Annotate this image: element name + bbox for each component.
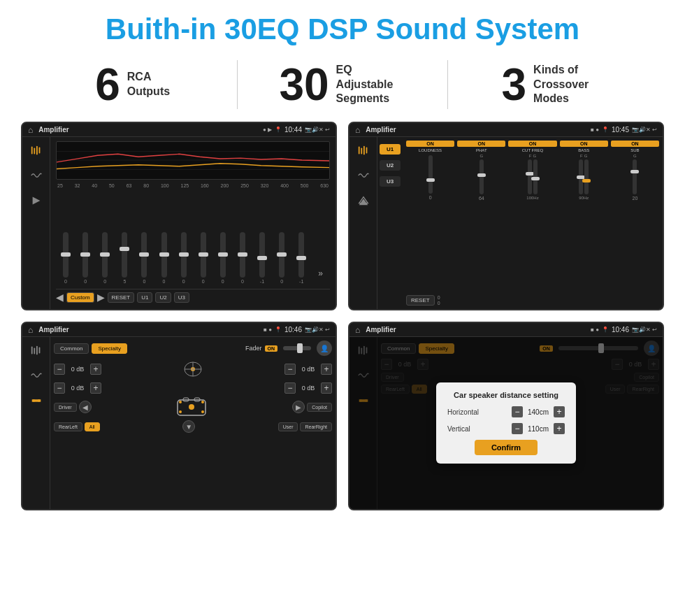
eq-more-btn[interactable]: » (318, 268, 323, 284)
eq-slider-5: 0 (161, 232, 167, 284)
svg-point-29 (179, 401, 182, 403)
preset-u1[interactable]: U1 (380, 144, 401, 155)
eq-slider-3: 5 (122, 232, 127, 284)
profile-icon[interactable]: 👤 (317, 341, 332, 356)
stat-divider-1 (237, 60, 238, 109)
stat-number-crossover: 3 (502, 62, 527, 107)
dialog-horizontal-plus[interactable]: + (554, 406, 565, 417)
db-minus-fl[interactable]: − (54, 364, 65, 375)
home-icon-eq[interactable]: ⌂ (28, 125, 33, 135)
dialog-box: Car speaker distance setting Horizontal … (436, 382, 576, 464)
svg-point-20 (37, 399, 40, 402)
dialog-confirm-button[interactable]: Confirm (475, 440, 538, 455)
eq-slider-6: 0 (181, 232, 187, 284)
sidebar-fader-icon1[interactable] (27, 343, 46, 358)
fader-rearleft-btn[interactable]: RearLeft (54, 422, 82, 431)
dialog-vertical-stepper: − 110cm + (512, 423, 565, 434)
fader-user-btn[interactable]: User (278, 422, 298, 431)
home-icon-crossover[interactable]: ⌂ (355, 125, 360, 135)
back-icon-fader[interactable]: ↩ (325, 327, 330, 333)
eq-u3-btn[interactable]: U3 (174, 292, 189, 303)
channel-bass: ON BASS FG 90Hz (560, 141, 608, 292)
crossover-reset-btn[interactable]: RESET (406, 295, 435, 306)
stat-divider-2 (447, 60, 448, 109)
fader-driver-btn[interactable]: Driver (54, 403, 77, 412)
eq-main: 253240506380100125160200250320400500630 … (50, 137, 336, 309)
fader-tab-common[interactable]: Common (54, 343, 89, 354)
close-icon-eq[interactable]: ✕ (319, 127, 324, 133)
sidebar-cross-icon1[interactable] (354, 143, 373, 158)
eq-slider-11: 0 (279, 232, 284, 284)
screen-eq: ⌂ Amplifier ● ▶ 📍 10:44 📷 🔊 ✕ ↩ (21, 122, 337, 310)
stat-number-eq: 30 (279, 62, 329, 107)
preset-u2[interactable]: U2 (380, 160, 401, 171)
svg-rect-8 (358, 147, 359, 155)
page-title: Buith-in 30EQ DSP Sound System (0, 0, 685, 53)
sidebar-crossover (349, 137, 377, 309)
db-minus-rr[interactable]: − (284, 382, 296, 394)
close-icon-fader[interactable]: ✕ (319, 327, 324, 333)
sidebar-eq (22, 137, 50, 309)
db-plus-fr[interactable]: + (321, 364, 332, 375)
close-icon-crossover[interactable]: ✕ (646, 127, 651, 133)
fader-slider-area (283, 346, 311, 350)
eq-slider-2: 0 (102, 232, 108, 284)
stat-label-eq: EQ AdjustableSegments (336, 63, 406, 106)
eq-slider-4: 0 (141, 232, 147, 284)
fader-down-arrow[interactable]: ▼ (182, 420, 195, 433)
dot-icon-fader: ■ ● (264, 327, 272, 333)
fader-rearright-btn[interactable]: RearRight (300, 422, 332, 431)
eq-prev-icon[interactable]: ◀ (56, 292, 64, 303)
sidebar-cross-icon3[interactable] (354, 193, 373, 208)
db-minus-rl[interactable]: − (54, 382, 65, 394)
fader-all-btn[interactable]: All (85, 422, 100, 431)
crossover-channels-area: ON LOUDNESS 0 ON PHAT (403, 137, 663, 309)
fader-db-top-row: − 0 dB + (54, 359, 332, 380)
svg-rect-11 (366, 148, 367, 154)
eq-u2-btn[interactable]: U2 (155, 292, 171, 303)
channel-phat: ON PHAT G 64 (457, 141, 505, 292)
preset-u3[interactable]: U3 (380, 176, 401, 187)
time-eq: 10:44 (284, 126, 302, 134)
dialog-horizontal-minus[interactable]: − (512, 406, 523, 417)
back-icon-dialog[interactable]: ↩ (652, 327, 657, 333)
stat-crossover: 3 Kinds ofCrossover Modes (462, 62, 643, 107)
home-icon-dialog[interactable]: ⌂ (355, 325, 360, 335)
eq-u1-btn[interactable]: U1 (137, 292, 152, 303)
sidebar-cross-icon2[interactable] (354, 168, 373, 183)
location-icon-dialog: 📍 (602, 327, 609, 333)
db-plus-rl[interactable]: + (90, 382, 101, 394)
dialog-vertical-minus[interactable]: − (512, 423, 523, 434)
vol-icon-fader: 🔊 (312, 327, 319, 333)
back-icon-eq[interactable]: ↩ (325, 127, 330, 133)
screen-crossover: ⌂ Amplifier ■ ● 📍 10:45 📷 🔊 ✕ ↩ (348, 122, 664, 310)
home-icon-fader[interactable]: ⌂ (28, 325, 33, 335)
eq-next-icon[interactable]: ▶ (97, 292, 105, 303)
db-plus-rr[interactable]: + (321, 382, 332, 394)
db-minus-fr[interactable]: − (284, 364, 296, 375)
sidebar-eq-icon1[interactable] (27, 143, 46, 158)
stat-eq: 30 EQ AdjustableSegments (252, 62, 433, 107)
fader-last-row: RearLeft All ▼ User RearRight (54, 420, 332, 433)
sidebar-eq-icon3[interactable] (27, 193, 46, 208)
svg-marker-4 (32, 197, 40, 205)
db-value-rl: 0 dB (68, 385, 87, 392)
dialog-vertical-plus[interactable]: + (554, 423, 565, 434)
fader-left-arrow[interactable]: ◀ (79, 401, 92, 413)
fader-tab-specialty[interactable]: Specialty (92, 343, 127, 354)
back-icon-crossover[interactable]: ↩ (652, 127, 657, 133)
db-plus-fl[interactable]: + (90, 364, 101, 375)
vol-icon-crossover: 🔊 (639, 127, 646, 133)
sidebar-fader-icon2[interactable] (27, 368, 46, 383)
sidebar-eq-icon2[interactable] (27, 168, 46, 183)
sidebar-fader-icon3[interactable] (27, 393, 46, 408)
fader-copilot-btn[interactable]: Copilot (307, 403, 332, 412)
screen-title-fader: Amplifier (38, 326, 264, 334)
stat-label-crossover: Kinds ofCrossover Modes (533, 63, 603, 106)
eq-reset-btn[interactable]: RESET (108, 292, 135, 303)
close-icon-dialog[interactable]: ✕ (646, 327, 651, 333)
fader-right-arrow[interactable]: ▶ (292, 401, 305, 413)
svg-rect-3 (38, 148, 40, 154)
eq-bottom-bar: ◀ Custom ▶ RESET U1 U2 U3 (56, 289, 330, 305)
dialog-horizontal-value: 140cm (526, 408, 551, 416)
